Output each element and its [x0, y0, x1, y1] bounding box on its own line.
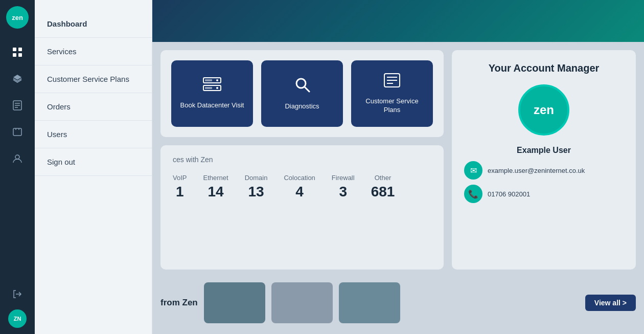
content-area: Book Datacenter Visit Diagnostics — [152, 42, 644, 278]
nav-item-services[interactable]: Services — [35, 38, 152, 65]
account-manager-card: Your Account Manager zen Example User ✉ … — [452, 50, 636, 270]
sidebar-nav-orders[interactable] — [6, 121, 29, 143]
stat-other-value: 681 — [371, 184, 395, 200]
user-avatar-bottom[interactable]: ZN — [8, 309, 27, 328]
sidebar: zen — [0, 0, 35, 334]
svg-rect-3 — [18, 53, 22, 57]
news-thumb-2 — [271, 282, 333, 323]
stat-ethernet: Ethernet 14 — [203, 174, 228, 200]
news-thumb-3 — [339, 282, 400, 323]
sidebar-nav-layers[interactable] — [6, 68, 29, 90]
news-section-title: from Zen — [160, 298, 198, 308]
news-thumb-1 — [204, 282, 265, 323]
server-icon — [203, 77, 221, 95]
action-tile-diagnostics-label: Diagnostics — [285, 102, 319, 111]
account-manager-contact: ✉ example.user@zeninternet.co.uk 📞 01706… — [464, 161, 624, 203]
stat-domain: Domain 13 — [245, 174, 268, 200]
phone-icon: 📞 — [464, 185, 482, 203]
account-manager-avatar: zen — [518, 84, 569, 136]
svg-rect-15 — [205, 87, 212, 89]
stat-other: Other 681 — [371, 174, 395, 200]
svg-line-17 — [305, 87, 309, 92]
action-tile-diagnostics[interactable]: Diagnostics — [261, 60, 343, 127]
main-content: Book Datacenter Visit Diagnostics — [152, 0, 644, 334]
news-section-row: from Zen View all > — [152, 278, 644, 334]
stat-colocation: Colocation 4 — [284, 174, 315, 200]
sidebar-nav-users[interactable] — [6, 147, 29, 170]
services-summary-card: ces with Zen VoIP 1 Ethernet 14 Domain 1… — [160, 145, 444, 270]
services-subtitle: ces with Zen — [173, 155, 431, 164]
nav-item-dashboard[interactable]: Dashboard — [35, 10, 152, 38]
svg-rect-8 — [13, 128, 21, 136]
search-icon — [294, 76, 310, 96]
nav-item-orders[interactable]: Orders — [35, 93, 152, 121]
stat-voip-label: VoIP — [173, 174, 187, 182]
view-all-button[interactable]: View all > — [585, 295, 636, 311]
list-icon — [384, 73, 400, 91]
contact-phone-row: 📞 01706 902001 — [464, 185, 624, 203]
svg-rect-0 — [13, 48, 16, 51]
action-tile-datacenter-label: Book Datacenter Visit — [180, 101, 244, 110]
account-manager-title: Your Account Manager — [489, 62, 600, 74]
svg-rect-12 — [205, 79, 212, 81]
quick-actions-card: Book Datacenter Visit Diagnostics — [160, 50, 444, 137]
account-manager-name: Example User — [517, 146, 571, 155]
action-tile-csp[interactable]: Customer Service Plans — [351, 60, 433, 127]
svg-rect-2 — [13, 53, 16, 57]
stat-voip: VoIP 1 — [173, 174, 187, 200]
left-column: Book Datacenter Visit Diagnostics — [160, 50, 444, 270]
sidebar-nav-document[interactable] — [6, 94, 29, 117]
contact-phone: 01706 902001 — [488, 190, 530, 198]
stat-firewall-value: 3 — [339, 184, 347, 200]
stat-firewall-label: Firewall — [332, 174, 355, 182]
sidebar-bottom: ZN — [6, 283, 29, 328]
stat-domain-label: Domain — [245, 174, 268, 182]
action-tile-datacenter[interactable]: Book Datacenter Visit — [171, 60, 253, 127]
email-icon: ✉ — [464, 161, 482, 180]
contact-email-row: ✉ example.user@zeninternet.co.uk — [464, 161, 624, 180]
stat-domain-value: 13 — [248, 184, 264, 200]
stat-colocation-value: 4 — [295, 184, 304, 200]
svg-point-11 — [216, 79, 218, 81]
nav-panel: Dashboard Services Customer Service Plan… — [35, 0, 152, 334]
svg-rect-1 — [18, 48, 22, 51]
stat-voip-value: 1 — [176, 184, 184, 200]
action-tile-csp-label: Customer Service Plans — [359, 97, 425, 115]
sidebar-nav-signout[interactable] — [6, 283, 29, 305]
stat-other-label: Other — [375, 174, 392, 182]
news-thumbnails — [204, 282, 579, 323]
nav-item-users[interactable]: Users — [35, 121, 152, 148]
sidebar-logo[interactable]: zen — [6, 6, 29, 29]
contact-email: example.user@zeninternet.co.uk — [488, 167, 585, 174]
svg-point-9 — [15, 155, 19, 159]
nav-item-csp[interactable]: Customer Service Plans — [35, 65, 152, 93]
nav-item-signout[interactable]: Sign out — [35, 148, 152, 176]
stat-firewall: Firewall 3 — [332, 174, 355, 200]
stat-colocation-label: Colocation — [284, 174, 315, 182]
sidebar-nav-dashboard[interactable] — [6, 41, 29, 63]
hero-header — [152, 0, 644, 42]
svg-point-14 — [216, 87, 218, 89]
services-stats: VoIP 1 Ethernet 14 Domain 13 Colocation … — [173, 174, 431, 200]
stat-ethernet-value: 14 — [208, 184, 223, 200]
stat-ethernet-label: Ethernet — [203, 174, 228, 182]
